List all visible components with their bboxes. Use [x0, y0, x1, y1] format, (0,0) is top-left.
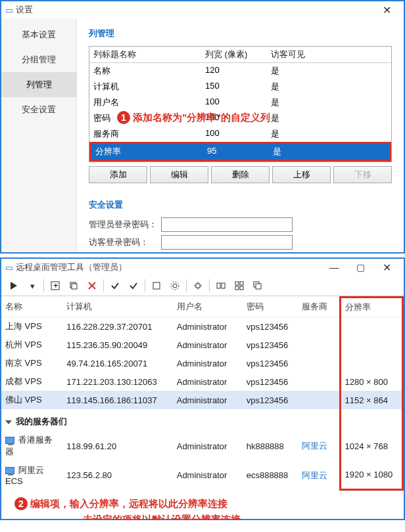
svg-point-9 — [171, 282, 179, 290]
settings-tabs: 基本设置 分组管理 列管理 安全设置 — [1, 18, 77, 252]
edit-button[interactable]: 编辑 — [150, 166, 208, 183]
table-cell: vps123456 — [243, 336, 298, 354]
provider-link[interactable]: 阿里云 — [302, 470, 327, 480]
col-name[interactable]: 服务商 — [89, 126, 201, 142]
tab-groups[interactable]: 分组管理 — [1, 47, 76, 72]
table-row[interactable]: 杭州 VPS115.236.35.90:20049Administratorvp… — [1, 336, 403, 354]
tab-basic[interactable]: 基本设置 — [1, 22, 76, 47]
check2-icon[interactable] — [125, 278, 142, 293]
table-cell — [298, 317, 340, 336]
col-visible[interactable]: 是 — [267, 126, 391, 142]
reset-icon[interactable] — [148, 278, 165, 293]
maximize-button[interactable]: ▢ — [347, 262, 373, 273]
table-cell — [298, 391, 340, 409]
table-header[interactable]: 分辨率 — [340, 298, 402, 317]
table-cell: 1152 × 864 — [340, 391, 402, 409]
movedown-button[interactable]: 下移 — [333, 166, 392, 183]
header-visible: 访客可见 — [267, 47, 391, 62]
table-row[interactable]: 香港服务器118.99.61.20Administratorhk888888阿里… — [1, 431, 403, 461]
svg-rect-4 — [72, 284, 77, 289]
table-row[interactable]: 佛山 VPS119.145.166.186:11037Administrator… — [1, 391, 403, 409]
col-name[interactable]: 用户名 — [89, 95, 201, 110]
column-row[interactable]: 分辨率95是 — [89, 142, 391, 162]
table-cell: vps123456 — [243, 372, 298, 391]
settings-title-bar: ▭ 设置 ✕ — [1, 1, 404, 18]
play-dropdown-icon[interactable]: ▾ — [24, 278, 41, 293]
col-visible[interactable]: 是 — [273, 146, 385, 158]
tab-columns[interactable]: 列管理 — [1, 72, 76, 97]
svg-point-8 — [173, 284, 177, 288]
table-cell: 1024 × 768 — [340, 431, 402, 461]
main-title-bar: ▭ 远程桌面管理工具（管理员） — ▢ ✕ — [1, 259, 404, 276]
table-cell: vps123456 — [243, 354, 298, 372]
minimize-button[interactable]: — — [321, 262, 347, 273]
add-button[interactable]: 添加 — [89, 166, 147, 183]
add-icon[interactable]: + — [47, 278, 64, 293]
play-icon[interactable] — [5, 278, 22, 293]
guest-pw-input[interactable] — [161, 235, 293, 250]
check-icon[interactable] — [107, 278, 124, 293]
annotation-2-line1: 编辑项，输入分辨率，远程将以此分辨率连接 — [30, 498, 227, 509]
table-header[interactable]: 用户名 — [173, 298, 243, 317]
tab-security[interactable]: 安全设置 — [1, 97, 76, 122]
table-cell: Administrator — [173, 372, 243, 391]
table-cell: 香港服务器 — [1, 431, 62, 461]
table-header[interactable]: 服务商 — [298, 298, 340, 317]
col-name[interactable]: 名称 — [89, 63, 201, 79]
gear-icon[interactable] — [166, 278, 183, 293]
tile-grid-icon[interactable] — [231, 278, 248, 293]
table-row[interactable]: 阿里云 ECS123.56.2.80Administratorecs888888… — [1, 461, 403, 489]
provider-link[interactable]: 阿里云 — [302, 441, 327, 451]
table-cell — [298, 354, 340, 372]
main-window: ▭ 远程桌面管理工具（管理员） — ▢ ✕ ▾ + 名称计算机用户名密码服务商分… — [0, 257, 405, 520]
col-visible[interactable]: 是 — [267, 79, 391, 95]
column-row[interactable]: 计算机150是 — [89, 79, 391, 95]
table-cell: 49.74.216.165:20071 — [62, 354, 172, 372]
annotation-2-number: 2 — [14, 497, 28, 510]
col-visible[interactable]: 是 — [267, 110, 391, 126]
table-cell: hk888888 — [243, 431, 298, 461]
settings-window: ▭ 设置 ✕ 基本设置 分组管理 列管理 安全设置 列管理 列标题名称 列宽 (… — [0, 0, 405, 254]
col-width[interactable]: 150 — [201, 79, 267, 95]
cascade-icon[interactable] — [249, 278, 266, 293]
window-icon: ▭ — [5, 5, 13, 15]
table-row[interactable]: 南京 VPS49.74.216.165:20071Administratorvp… — [1, 354, 403, 372]
close-button[interactable]: ✕ — [373, 4, 400, 16]
col-width[interactable]: 100 — [201, 95, 267, 110]
svg-rect-16 — [222, 283, 225, 288]
col-visible[interactable]: 是 — [267, 95, 391, 110]
close-button[interactable]: ✕ — [373, 261, 400, 274]
column-management-panel: 列管理 列标题名称 列宽 (像素) 访客可见 名称120是计算机150是用户名1… — [77, 18, 404, 252]
expand-icon[interactable] — [189, 278, 206, 293]
col-width[interactable]: 100 — [201, 126, 267, 142]
table-cell: Administrator — [173, 461, 243, 489]
table-row[interactable]: 成都 VPS171.221.203.130:12063Administrator… — [1, 372, 403, 391]
delete-icon[interactable] — [83, 278, 101, 293]
column-row[interactable]: 名称120是 — [89, 63, 391, 79]
col-width[interactable]: 120 — [201, 63, 267, 79]
settings-title: 设置 — [16, 4, 373, 16]
col-name[interactable]: 分辨率 — [95, 146, 207, 158]
group-row[interactable]: 我的服务器们 — [1, 409, 403, 431]
svg-rect-18 — [240, 282, 243, 285]
table-header[interactable]: 计算机 — [62, 298, 172, 317]
table-header[interactable]: 密码 — [243, 298, 298, 317]
moveup-button[interactable]: 上移 — [272, 166, 331, 183]
svg-rect-19 — [235, 286, 239, 290]
table-header[interactable]: 名称 — [1, 298, 62, 317]
table-row[interactable]: 上海 VPS116.228.229.37:20701Administratorv… — [1, 317, 403, 336]
delete-button[interactable]: 删除 — [211, 166, 270, 183]
table-cell: 阿里云 — [298, 461, 340, 489]
table-cell: 118.99.61.20 — [62, 431, 172, 461]
col-width[interactable]: 95 — [207, 146, 273, 158]
table-cell: 116.228.229.37:20701 — [62, 317, 172, 336]
app-icon: ▭ — [5, 263, 13, 273]
admin-pw-input[interactable] — [161, 217, 293, 232]
column-row[interactable]: 服务商100是 — [89, 126, 391, 142]
col-name[interactable]: 计算机 — [89, 79, 201, 95]
table-cell: 1280 × 800 — [340, 372, 402, 391]
column-row[interactable]: 用户名100是 — [89, 95, 391, 110]
col-visible[interactable]: 是 — [267, 63, 391, 79]
tile-h-icon[interactable] — [212, 278, 229, 293]
copy-icon[interactable] — [65, 278, 82, 293]
